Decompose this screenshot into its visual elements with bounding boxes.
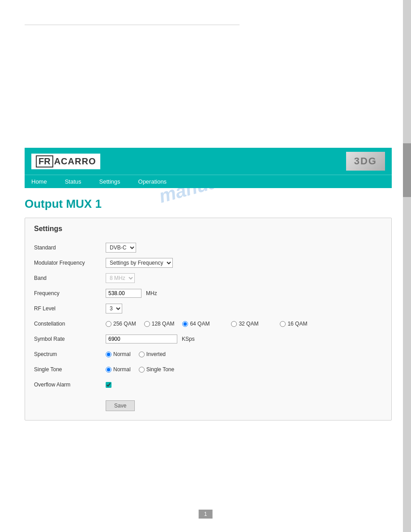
spectrum-normal-radio[interactable] xyxy=(106,352,111,357)
single-tone-label: Single Tone xyxy=(34,366,106,373)
standard-row: Standard DVB-C DVB-T xyxy=(34,242,382,253)
frequency-row: Frequency MHz xyxy=(34,287,382,299)
logo-box: FR ACARRO xyxy=(31,154,100,169)
single-tone-radio-group: Normal Single Tone xyxy=(106,366,174,373)
overflow-alarm-row: Overflow Alarm xyxy=(34,379,382,390)
nav-settings[interactable]: Settings xyxy=(97,177,123,186)
symbol-rate-input[interactable] xyxy=(106,335,177,343)
spectrum-inverted[interactable]: Inverted xyxy=(139,351,166,357)
band-control: 8 MHz 7 MHz 6 MHz xyxy=(106,273,135,283)
constellation-256qam-label: 256 QAM xyxy=(113,321,136,327)
settings-panel: Settings Standard DVB-C DVB-T Modulator … xyxy=(25,218,392,420)
constellation-16qam-radio[interactable] xyxy=(280,321,286,327)
frequency-label: Frequency xyxy=(34,290,106,296)
constellation-128qam-label: 128 QAM xyxy=(152,321,175,327)
constellation-256qam[interactable]: 256 QAM xyxy=(106,321,136,327)
spectrum-row: Spectrum Normal Inverted xyxy=(34,348,382,360)
constellation-32qam[interactable]: 32 QAM xyxy=(231,321,258,327)
constellation-256qam-radio[interactable] xyxy=(106,321,111,327)
rf-level-row: RF Level 1 2 3 4 5 xyxy=(34,303,382,314)
constellation-radio-group: 256 QAM 128 QAM 64 QAM 32 QAM 16 QAM xyxy=(106,321,307,327)
logo-bracket: FR xyxy=(36,155,53,167)
rf-level-select[interactable]: 1 2 3 4 5 xyxy=(106,304,122,313)
scrollbar[interactable] xyxy=(403,0,411,532)
spectrum-label: Spectrum xyxy=(34,351,106,357)
page-title: Output MUX 1 xyxy=(25,197,392,211)
rf-level-label: RF Level xyxy=(34,305,106,312)
single-tone-normal-radio[interactable] xyxy=(106,367,111,373)
settings-panel-title: Settings xyxy=(34,225,382,235)
single-tone-singletone-radio[interactable] xyxy=(139,367,145,373)
modulator-frequency-label: Modulator Frequency xyxy=(34,260,106,266)
frequency-input[interactable] xyxy=(106,289,141,298)
standard-select[interactable]: DVB-C DVB-T xyxy=(106,243,136,253)
band-select[interactable]: 8 MHz 7 MHz 6 MHz xyxy=(106,273,135,283)
standard-label: Standard xyxy=(34,245,106,251)
constellation-128qam[interactable]: 128 QAM xyxy=(144,321,175,327)
single-tone-singletone[interactable]: Single Tone xyxy=(139,366,175,373)
single-tone-row: Single Tone Normal Single Tone xyxy=(34,364,382,375)
constellation-16qam[interactable]: 16 QAM xyxy=(280,321,307,327)
constellation-32qam-radio[interactable] xyxy=(231,321,237,327)
spectrum-normal-label: Normal xyxy=(113,351,131,357)
symbol-rate-control: KSps xyxy=(106,335,195,343)
top-divider xyxy=(25,25,240,25)
scrollbar-thumb[interactable] xyxy=(403,143,411,197)
overflow-alarm-label: Overflow Alarm xyxy=(34,382,106,388)
overflow-alarm-control xyxy=(106,382,111,388)
frequency-unit: MHz xyxy=(146,290,157,296)
spectrum-inverted-label: Inverted xyxy=(146,351,166,357)
constellation-label: Constellation xyxy=(34,321,106,327)
constellation-64qam-radio[interactable] xyxy=(182,321,188,327)
standard-control: DVB-C DVB-T xyxy=(106,243,136,253)
rf-level-control: 1 2 3 4 5 xyxy=(106,304,122,313)
brand-3dg: 3DG xyxy=(346,152,385,171)
page-number: 1 xyxy=(199,510,213,519)
single-tone-normal[interactable]: Normal xyxy=(106,366,131,373)
nav-home[interactable]: Home xyxy=(29,177,49,186)
nav-status[interactable]: Status xyxy=(63,177,84,186)
save-button[interactable]: Save xyxy=(106,400,135,411)
spectrum-normal[interactable]: Normal xyxy=(106,351,131,357)
symbol-rate-row: Symbol Rate KSps xyxy=(34,333,382,345)
constellation-64qam-label: 64 QAM xyxy=(190,321,210,327)
modulator-frequency-control: Settings by Frequency Settings by Channe… xyxy=(106,258,173,268)
logo-text: ACARRO xyxy=(54,156,96,167)
constellation-128qam-radio[interactable] xyxy=(144,321,150,327)
overflow-alarm-checkbox[interactable] xyxy=(106,382,111,388)
nav-operations[interactable]: Operations xyxy=(136,177,169,186)
spectrum-radio-group: Normal Inverted xyxy=(106,351,166,357)
constellation-row: Constellation 256 QAM 128 QAM 64 QAM 32 … xyxy=(34,318,382,330)
frequency-control: MHz xyxy=(106,289,157,298)
symbol-rate-label: Symbol Rate xyxy=(34,336,106,342)
single-tone-normal-label: Normal xyxy=(113,366,131,373)
header-bar: FR ACARRO 3DG xyxy=(25,148,392,175)
spectrum-inverted-radio[interactable] xyxy=(139,352,145,357)
constellation-16qam-label: 16 QAM xyxy=(287,321,307,327)
single-tone-singletone-label: Single Tone xyxy=(146,366,175,373)
modulator-frequency-select[interactable]: Settings by Frequency Settings by Channe… xyxy=(106,258,173,268)
constellation-64qam[interactable]: 64 QAM xyxy=(182,321,210,327)
band-label: Band xyxy=(34,275,106,281)
main-content: FR ACARRO 3DG Home Status Settings Opera… xyxy=(25,148,392,420)
modulator-frequency-row: Modulator Frequency Settings by Frequenc… xyxy=(34,257,382,269)
symbol-rate-unit: KSps xyxy=(182,336,195,342)
nav-bar: Home Status Settings Operations xyxy=(25,175,392,188)
band-row: Band 8 MHz 7 MHz 6 MHz xyxy=(34,272,382,284)
constellation-32qam-label: 32 QAM xyxy=(239,321,258,327)
